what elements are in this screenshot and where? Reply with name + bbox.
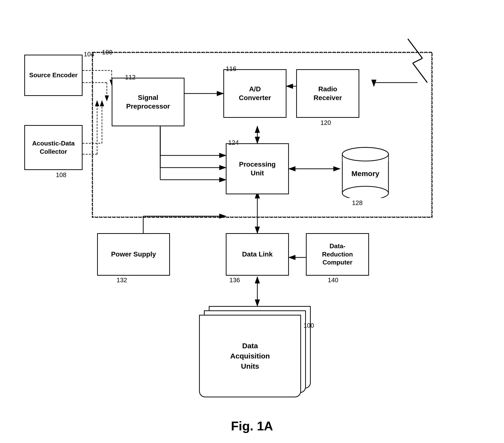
figure-caption: Fig. 1A bbox=[231, 419, 273, 433]
acoustic-collector-ref: 108 bbox=[56, 171, 66, 179]
data-reduction-ref: 140 bbox=[328, 277, 338, 284]
memory-ref: 128 bbox=[352, 199, 362, 207]
source-encoder-block: Source Encoder bbox=[24, 55, 83, 96]
svg-point-35 bbox=[342, 186, 388, 198]
diagram: Source Encoder 104 Acoustic-DataCollecto… bbox=[15, 15, 488, 415]
ad-converter-ref: 116 bbox=[226, 65, 236, 73]
data-acquisition-container: DataAcquisitionUnits bbox=[199, 306, 316, 398]
radio-receiver-block: RadioReceiver bbox=[296, 69, 359, 118]
svg-text:Memory: Memory bbox=[351, 169, 379, 178]
data-link-ref: 136 bbox=[229, 277, 240, 284]
processing-unit-block: ProcessingUnit bbox=[226, 143, 289, 194]
signal-preprocessor-ref: 112 bbox=[125, 74, 135, 81]
signal-preprocessor-block: SignalPreprocessor bbox=[112, 78, 184, 126]
power-supply-block: Power Supply bbox=[97, 233, 170, 276]
radio-receiver-ref: 120 bbox=[321, 119, 331, 127]
system-box-ref: 100 bbox=[102, 49, 112, 56]
acoustic-collector-block: Acoustic-DataCollector bbox=[24, 125, 83, 170]
power-supply-ref: 132 bbox=[117, 277, 127, 284]
memory-cylinder: Memory bbox=[340, 145, 391, 198]
data-acquisition-ref: 100 bbox=[304, 322, 314, 329]
svg-point-37 bbox=[342, 148, 388, 161]
data-link-block: Data Link bbox=[226, 233, 289, 276]
ad-converter-block: A/DConverter bbox=[223, 69, 287, 118]
processing-unit-ref: 124 bbox=[228, 139, 239, 147]
data-reduction-block: Data-ReductionComputer bbox=[306, 233, 369, 276]
